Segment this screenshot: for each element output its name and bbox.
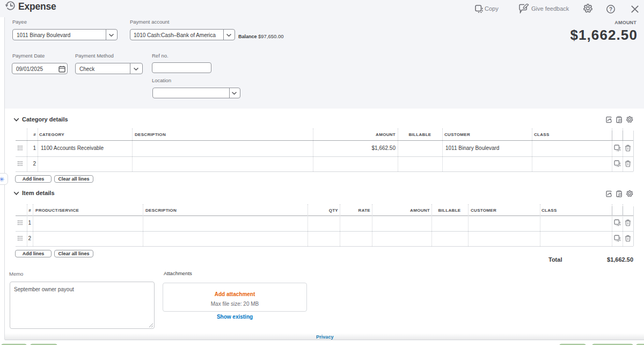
svg-text:?: ? (609, 6, 612, 12)
